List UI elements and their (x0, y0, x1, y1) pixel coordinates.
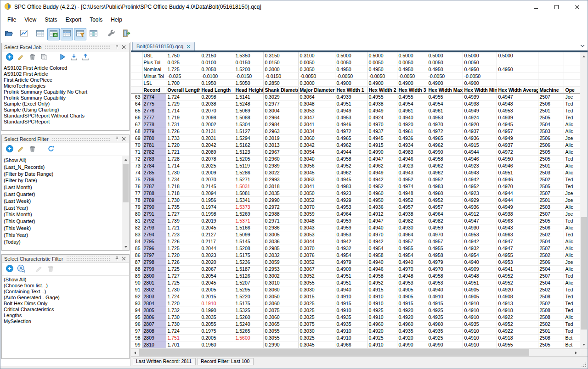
data-cell[interactable]: 0.4948 (497, 101, 538, 107)
column-header[interactable]: Shank Diameter (263, 87, 298, 94)
data-cell[interactable]: 0.4957 (497, 128, 538, 135)
data-grid-view-button[interactable] (34, 28, 46, 40)
data-cell[interactable]: 0.4958 (335, 156, 367, 162)
data-cell[interactable]: 0.4946 (497, 162, 538, 169)
data-cell[interactable]: 0.4915 (367, 286, 397, 293)
data-cell[interactable]: 2504 (538, 238, 564, 245)
data-cell[interactable]: 0.3055 (263, 335, 298, 341)
data-cell[interactable]: 0.3060 (263, 286, 298, 293)
data-cell[interactable]: 0.4910 (367, 300, 397, 307)
data-cell[interactable]: 0.4915 (463, 142, 497, 149)
data-cell[interactable]: 0.4955 (497, 341, 538, 348)
data-cell[interactable]: 0.4947 (463, 218, 497, 224)
data-cell[interactable]: Joe (564, 259, 580, 266)
row-number-cell[interactable]: 97 (131, 328, 142, 335)
data-cell[interactable]: 2502 (538, 252, 564, 259)
data-cell[interactable]: 0.4941 (497, 266, 538, 273)
data-cell[interactable]: 1.5600 (234, 335, 263, 341)
data-cell[interactable]: 0.2055 (200, 321, 234, 328)
column-header[interactable]: Hex Width Average (497, 87, 538, 94)
data-cell[interactable]: 0.3064 (298, 94, 335, 101)
data-cell[interactable]: 0.2953 (263, 266, 298, 273)
data-cell[interactable]: 0.4974 (397, 183, 427, 190)
pin-icon[interactable] (113, 44, 120, 50)
data-cell[interactable]: 0.4915 (397, 300, 427, 307)
record-filter-item[interactable]: (Last Quarter) (2, 191, 122, 198)
data-cell[interactable]: 0.4965 (427, 135, 463, 142)
data-cell[interactable]: 2501 (538, 107, 564, 114)
data-cell[interactable]: 0.3018 (263, 183, 298, 190)
data-cell[interactable]: 0.2005 (200, 286, 234, 293)
data-cell[interactable]: 2507 (538, 245, 564, 252)
data-cell[interactable]: Ted (564, 107, 580, 114)
data-cell[interactable]: 0.4964 (335, 211, 367, 218)
record-filter-item[interactable]: (Today) (2, 239, 122, 246)
data-cell[interactable]: 0.2045 (200, 280, 234, 286)
data-cell[interactable]: 0.4951 (335, 273, 367, 280)
close-icon[interactable] (120, 44, 127, 50)
data-cell[interactable]: 0.3034 (298, 128, 335, 135)
spec-value-cell[interactable] (497, 59, 538, 66)
row-number-cell[interactable]: 92 (131, 293, 142, 300)
excel-job-item[interactable]: Prolink Summary Capability (2, 95, 129, 101)
data-cell[interactable]: 1.5081 (234, 190, 263, 197)
column-header[interactable]: Major Diameter (298, 87, 335, 94)
record-cell[interactable]: 2793 (142, 224, 166, 231)
data-cell[interactable]: 0.2038 (200, 101, 234, 107)
data-cell[interactable]: 0.4938 (367, 101, 397, 107)
spec-value-cell[interactable]: 1.5200 (234, 66, 263, 73)
data-cell[interactable]: 0.4930 (397, 224, 427, 231)
spec-value-cell[interactable]: 0.0050 (427, 59, 463, 66)
close-icon[interactable] (120, 135, 127, 142)
row-number-cell[interactable]: 84 (131, 238, 142, 245)
record-filter-item[interactable]: (Filter by Date Range) (2, 171, 122, 178)
data-cell[interactable]: 0.3047 (298, 114, 335, 121)
data-cell[interactable]: 0.4943 (397, 169, 427, 176)
row-number-cell[interactable]: 66 (131, 114, 142, 121)
spec-value-cell[interactable]: 0.4950 (463, 66, 497, 73)
data-cell[interactable]: 0.4972 (497, 149, 538, 156)
data-cell[interactable]: 0.2990 (263, 341, 298, 348)
data-cell[interactable]: 1.730 (166, 169, 200, 176)
record-cell[interactable]: 2806 (142, 314, 166, 321)
data-cell[interactable]: 0.4910 (335, 293, 367, 300)
data-cell[interactable]: 0.4936 (463, 204, 497, 211)
column-header[interactable]: Head Length (200, 87, 234, 94)
data-cell[interactable]: 0.4929 (335, 197, 367, 204)
row-number-cell[interactable]: 67 (131, 121, 142, 128)
data-cell[interactable]: 0.1990 (200, 307, 234, 314)
data-cell[interactable]: 0.1974 (200, 204, 234, 211)
data-cell[interactable]: 2503 (538, 169, 564, 176)
data-cell[interactable]: 0.3029 (263, 94, 298, 101)
spec-value-cell[interactable] (538, 52, 564, 59)
data-cell[interactable]: 0.4910 (463, 300, 497, 307)
data-cell[interactable]: 1.730 (166, 197, 200, 204)
data-cell[interactable]: 1.5269 (234, 211, 263, 218)
data-cell[interactable]: 0.4935 (335, 321, 367, 328)
data-cell[interactable]: 0.3048 (298, 101, 335, 107)
excel-job-item[interactable]: First Article OnePiece (2, 77, 129, 83)
data-cell[interactable]: Alic (564, 142, 580, 149)
data-cell[interactable]: Alic (564, 238, 580, 245)
characteristic-filter-item[interactable]: Bolt Hex Dims Only (2, 301, 129, 307)
data-cell[interactable]: 0.3043 (298, 224, 335, 231)
data-cell[interactable]: 0.4959 (335, 218, 367, 224)
data-cell[interactable]: 0.4955 (397, 94, 427, 101)
data-cell[interactable]: 1.718 (166, 183, 200, 190)
data-cell[interactable]: 0.4947 (497, 94, 538, 101)
data-cell[interactable]: 0.4905 (397, 293, 427, 300)
data-cell[interactable]: 0.4965 (335, 135, 367, 142)
data-cell[interactable]: 0.4964 (427, 211, 463, 218)
data-cell[interactable]: Alic (564, 149, 580, 156)
data-cell[interactable] (234, 341, 263, 348)
spec-value-cell[interactable]: 0.4900 (397, 80, 427, 87)
row-number-cell[interactable] (131, 80, 142, 87)
data-cell[interactable]: 0.4925 (427, 307, 463, 314)
data-cell[interactable]: 0.4962 (427, 142, 463, 149)
copy-button[interactable] (40, 53, 48, 62)
data-cell[interactable]: 2508 (538, 314, 564, 321)
data-cell[interactable]: 2507 (538, 94, 564, 101)
excel-job-item[interactable]: Prolink Summary Capability No Chart (2, 89, 129, 95)
data-cell[interactable]: 0.3055 (263, 328, 298, 335)
data-cell[interactable]: 0.4955 (397, 245, 427, 252)
